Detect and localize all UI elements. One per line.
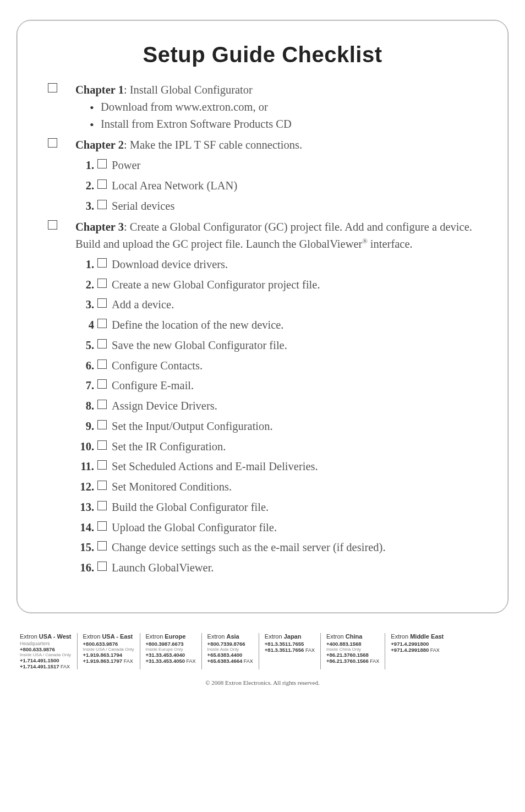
checkbox-icon[interactable] <box>97 521 107 531</box>
region-label: Extron USA - East <box>83 633 134 640</box>
item-label: Launch GlobalViewer. <box>110 559 485 576</box>
item-checkbox-wrap <box>94 519 110 531</box>
region-label: Extron China <box>326 633 379 640</box>
checkbox-icon[interactable] <box>97 339 107 348</box>
checklist-item: 7.Configure E-mail. <box>75 377 485 394</box>
checklist-item: 6.Configure Contacts. <box>75 357 485 374</box>
chapter-1: Chapter 1: Install Global Configurator D… <box>40 81 485 132</box>
item-checkbox-wrap <box>94 418 110 429</box>
checkbox-icon[interactable] <box>97 258 107 268</box>
checklist-item: 1.Power <box>75 157 485 174</box>
phone-line: +86.21.3760.1566 FAX <box>326 658 379 664</box>
chapter-2-heading: Chapter 2 <box>75 139 124 151</box>
checkbox-icon[interactable] <box>97 200 107 209</box>
item-number: 5. <box>75 337 94 354</box>
phone-line: +1.919.863.1797 FAX <box>83 658 134 664</box>
item-label: Download device drivers. <box>110 256 485 273</box>
footer-column: Extron Asia+800.7339.8766Inside Asia Onl… <box>201 633 259 669</box>
checklist-item: 14.Upload the Global Configurator file. <box>75 519 485 536</box>
item-number: 1. <box>75 256 94 273</box>
checkbox-icon[interactable] <box>97 319 107 328</box>
phone-line: +400.883.1568 <box>326 641 379 647</box>
phone-note: Inside Europe Only <box>146 647 196 652</box>
item-number: 11. <box>75 458 94 475</box>
item-label: Configure E-mail. <box>110 377 485 394</box>
phone-note: Inside USA / Canada Only <box>20 652 72 657</box>
checklist-item: 1.Download device drivers. <box>75 256 485 273</box>
checkbox-icon[interactable] <box>97 298 107 308</box>
checkbox-icon[interactable] <box>97 481 107 490</box>
footer-column: Extron USA - WestHeadquarters+800.633.98… <box>20 633 77 669</box>
item-checkbox-wrap <box>94 478 110 490</box>
checklist-card: Setup Guide Checklist Chapter 1: Install… <box>17 20 508 613</box>
chapter-3: Chapter 3: Create a Global Configurator … <box>40 219 485 576</box>
checkbox-icon[interactable] <box>97 420 107 429</box>
checkbox-icon[interactable] <box>97 501 107 510</box>
footer-column: Extron Europe+800.3987.6673Inside Europe… <box>140 633 201 669</box>
checkbox-icon[interactable] <box>97 541 107 551</box>
checkbox-icon[interactable] <box>97 279 107 288</box>
item-checkbox-wrap <box>94 539 110 551</box>
checkbox-icon[interactable] <box>97 379 107 389</box>
phone-line: +800.633.9876 <box>83 641 134 647</box>
phone-line: +800.633.9876 <box>20 646 72 652</box>
item-checkbox-wrap <box>94 499 110 510</box>
phone-note: Inside China Only <box>326 647 379 652</box>
footer-column: Extron USA - East+800.633.9876Inside USA… <box>77 633 140 669</box>
item-checkbox-wrap <box>94 357 110 369</box>
checkbox-icon[interactable] <box>97 159 107 168</box>
footer-columns: Extron USA - WestHeadquarters+800.633.98… <box>17 633 508 669</box>
page-title: Setup Guide Checklist <box>40 42 485 67</box>
item-number: 10. <box>75 438 94 455</box>
phone-note: Inside Asia Only <box>207 647 253 652</box>
item-label: Upload the Global Configurator file. <box>110 519 485 536</box>
checkbox-icon[interactable] <box>48 138 57 148</box>
checklist-item: 2.Create a new Global Configurator proje… <box>75 276 485 293</box>
item-label: Set the IR Configuration. <box>110 438 485 455</box>
checkbox-icon[interactable] <box>97 460 107 470</box>
item-label: Configure Contacts. <box>110 357 485 374</box>
phone-line: +65.6383.4400 <box>207 652 253 658</box>
phone-line: +65.6383.4664 FAX <box>207 658 253 664</box>
item-checkbox-wrap <box>94 276 110 288</box>
item-label: Define the location of the new device. <box>110 317 485 334</box>
checkbox-icon[interactable] <box>97 400 107 409</box>
item-number: 3. <box>75 296 94 313</box>
item-checkbox-wrap <box>94 559 110 571</box>
item-number: 14. <box>75 519 94 536</box>
checkbox-icon[interactable] <box>48 83 57 92</box>
item-label: Set Monitored Conditions. <box>110 478 485 495</box>
item-number: 4 <box>75 317 94 334</box>
chapter-3-heading-end: interface. <box>368 238 413 250</box>
region-sub: Headquarters <box>20 641 72 646</box>
item-label: Set Scheduled Actions and E-mail Deliver… <box>110 458 485 475</box>
item-label: Assign Device Drivers. <box>110 397 485 415</box>
item-label: Build the Global Configurator file. <box>110 499 485 516</box>
checkbox-icon[interactable] <box>97 562 107 571</box>
checkbox-icon[interactable] <box>97 359 107 369</box>
item-label: Serial devices <box>110 198 485 215</box>
footer-column: Extron China+400.883.1568Inside China On… <box>320 633 385 669</box>
item-checkbox-wrap <box>94 317 110 328</box>
phone-line: +800.7339.8766 <box>207 641 253 647</box>
item-number: 16. <box>75 559 94 576</box>
checklist-item: 2.Local Area Network (LAN) <box>75 177 485 194</box>
checklist-item: 12.Set Monitored Conditions. <box>75 478 485 495</box>
checkbox-icon[interactable] <box>97 440 107 450</box>
item-number: 2. <box>75 177 94 194</box>
item-label: Create a new Global Configurator project… <box>110 276 485 293</box>
region-label: Extron Europe <box>146 633 196 640</box>
bullet-item: Download from www.extron.com, or <box>101 99 485 116</box>
checkbox-icon[interactable] <box>48 220 57 230</box>
item-number: 12. <box>75 478 94 495</box>
item-label: Local Area Network (LAN) <box>110 177 485 194</box>
item-number: 2. <box>75 276 94 293</box>
phone-line: +971.4.2991800 <box>391 641 444 647</box>
checklist-item: 5.Save the new Global Configurator file. <box>75 337 485 354</box>
checklist-item: 10.Set the IR Configuration. <box>75 438 485 455</box>
footer-column: Extron Middle East+971.4.2991800+971.4.2… <box>385 633 449 669</box>
region-label: Extron Asia <box>207 633 253 640</box>
checklist-item: 4Define the location of the new device. <box>75 317 485 334</box>
checkbox-icon[interactable] <box>97 179 107 189</box>
item-checkbox-wrap <box>94 438 110 450</box>
